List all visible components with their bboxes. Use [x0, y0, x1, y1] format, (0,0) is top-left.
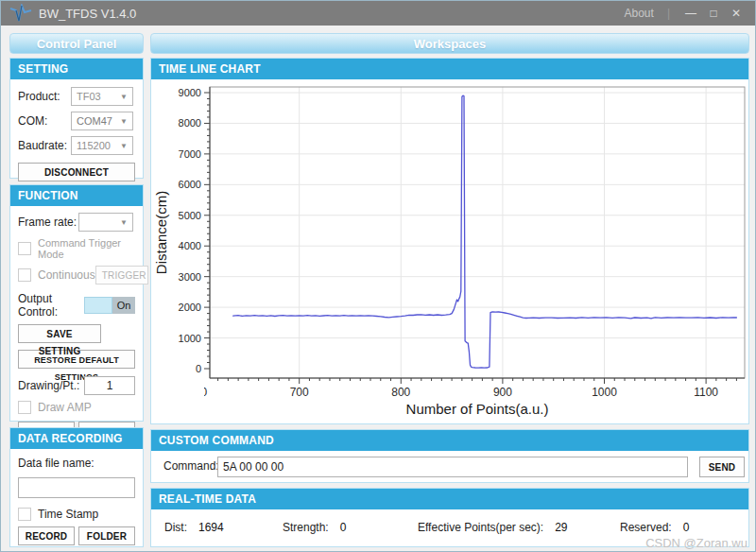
- data-recording-section: DATA RECORDING Data file name: Time Stam…: [9, 427, 144, 547]
- time-stamp-checkbox[interactable]: [18, 508, 31, 521]
- svg-text:9000: 9000: [179, 87, 201, 98]
- continuous-checkbox[interactable]: [18, 268, 31, 282]
- continuous-label: Continuous: [38, 268, 95, 282]
- dist-value: 1694: [198, 521, 224, 534]
- svg-text:0: 0: [196, 363, 201, 374]
- folder-button[interactable]: FOLDER: [78, 526, 135, 545]
- com-value: COM47: [77, 115, 112, 127]
- svg-text:6000: 6000: [179, 179, 201, 190]
- setting-section: SETTING Product: TF03 ▼ COM: COM47 ▼ Bau…: [9, 58, 144, 179]
- disconnect-button[interactable]: DISCONNECT: [18, 163, 135, 181]
- titlebar-separator: |: [667, 7, 670, 20]
- maximize-icon[interactable]: □: [702, 1, 725, 26]
- command-trigger-label: Command Trigger Mode: [38, 237, 135, 260]
- app-logo-icon: [9, 4, 33, 23]
- reserved-field: Reserved:0: [620, 521, 689, 534]
- chevron-down-icon: ▼: [120, 142, 128, 150]
- com-dropdown[interactable]: COM47 ▼: [71, 112, 133, 130]
- minimize-icon[interactable]: —: [679, 1, 702, 26]
- svg-text:8000: 8000: [179, 117, 201, 129]
- restore-default-button[interactable]: RESTORE DEFAULT SETTINGS: [18, 350, 135, 369]
- strength-label: Strength:: [283, 521, 329, 534]
- effective-points-label: Effective Points(per sec):: [418, 521, 543, 534]
- svg-text:5000: 5000: [179, 210, 201, 221]
- data-file-name-label: Data file name:: [18, 457, 135, 470]
- app-window: BW_TFDS V1.4.0 About | — □ ✕ Control Pan…: [0, 0, 756, 552]
- time-line-chart-header: TIME LINE CHART: [151, 59, 748, 79]
- time-line-chart-section: TIME LINE CHART 010002000300040005000600…: [150, 58, 749, 424]
- trigger-button[interactable]: TRIGGER: [95, 266, 148, 285]
- draw-amp-checkbox[interactable]: [18, 401, 31, 414]
- drawing-pt-label: Drawing/Pt.:: [18, 379, 84, 392]
- output-control-label: Output Control:: [18, 292, 84, 319]
- svg-text:600: 600: [188, 386, 207, 399]
- draw-amp-label: Draw AMP: [38, 401, 92, 414]
- frame-rate-label: Frame rate:: [18, 216, 78, 229]
- drawing-pt-input[interactable]: [84, 376, 135, 395]
- svg-text:Number of Points(a.u.): Number of Points(a.u.): [406, 401, 549, 417]
- svg-text:1100: 1100: [694, 386, 718, 399]
- send-button[interactable]: SEND: [699, 457, 745, 477]
- record-button[interactable]: RECORD: [18, 526, 75, 545]
- svg-text:2000: 2000: [179, 302, 201, 313]
- svg-text:4000: 4000: [179, 240, 201, 251]
- close-icon[interactable]: ✕: [725, 1, 747, 26]
- dist-label: Dist:: [164, 521, 187, 534]
- product-label: Product:: [18, 90, 71, 103]
- watermark: CSDN @Zoran.wu: [645, 536, 747, 550]
- save-setting-button[interactable]: SAVE SETTING: [18, 324, 101, 343]
- chevron-down-icon: ▼: [120, 93, 128, 101]
- svg-text:1000: 1000: [179, 333, 201, 344]
- command-label: Command:: [163, 459, 219, 473]
- strength-value: 0: [340, 521, 347, 534]
- custom-command-header: CUSTOM COMMAND: [151, 430, 748, 451]
- title-bar: BW_TFDS V1.4.0 About | — □ ✕: [1, 1, 755, 26]
- function-section: FUNCTION Frame rate: ▼ Command Trigger M…: [9, 184, 144, 422]
- reserved-label: Reserved:: [620, 521, 672, 534]
- window-title: BW_TFDS V1.4.0: [39, 7, 136, 21]
- function-header: FUNCTION: [10, 185, 143, 206]
- real-time-data-header: REAL-TIME DATA: [151, 489, 748, 509]
- product-dropdown[interactable]: TF03 ▼: [71, 87, 133, 106]
- command-trigger-checkbox[interactable]: [18, 242, 31, 255]
- setting-header: SETTING: [10, 59, 143, 79]
- chevron-down-icon: ▼: [120, 218, 128, 227]
- svg-text:700: 700: [290, 386, 309, 399]
- svg-text:900: 900: [493, 386, 512, 399]
- data-file-name-input[interactable]: [18, 477, 135, 498]
- svg-text:Distance(cm): Distance(cm): [153, 191, 169, 274]
- tab-control-panel[interactable]: Control Panel: [9, 33, 144, 54]
- svg-text:7000: 7000: [179, 148, 201, 160]
- chevron-down-icon: ▼: [120, 117, 128, 126]
- reserved-value: 0: [683, 521, 690, 534]
- effective-points-value: 29: [555, 521, 567, 534]
- custom-command-section: CUSTOM COMMAND Command: SEND: [150, 429, 749, 483]
- command-input[interactable]: [217, 457, 688, 477]
- output-control-toggle[interactable]: On: [84, 297, 135, 314]
- product-value: TF03: [77, 91, 101, 102]
- effective-points-field: Effective Points(per sec):29: [418, 521, 568, 534]
- com-label: COM:: [18, 114, 71, 128]
- baudrate-label: Baudrate:: [18, 139, 71, 152]
- time-stamp-label: Time Stamp: [38, 508, 98, 521]
- output-control-state: On: [112, 297, 135, 314]
- svg-text:1000: 1000: [592, 386, 617, 399]
- baudrate-dropdown[interactable]: 115200 ▼: [71, 136, 133, 155]
- baudrate-value: 115200: [77, 140, 111, 151]
- frame-rate-dropdown[interactable]: ▼: [78, 213, 133, 232]
- dist-field: Dist:1694: [164, 521, 224, 534]
- data-recording-header: DATA RECORDING: [10, 428, 143, 449]
- toggle-knob: [84, 297, 112, 314]
- svg-text:3000: 3000: [179, 271, 201, 283]
- about-menu[interactable]: About: [625, 7, 654, 20]
- time-line-chart: 0100020003000400050006000700080009000600…: [151, 79, 747, 423]
- strength-field: Strength:0: [283, 521, 346, 534]
- tab-workspaces[interactable]: Workspaces: [150, 33, 749, 54]
- svg-text:800: 800: [391, 386, 410, 399]
